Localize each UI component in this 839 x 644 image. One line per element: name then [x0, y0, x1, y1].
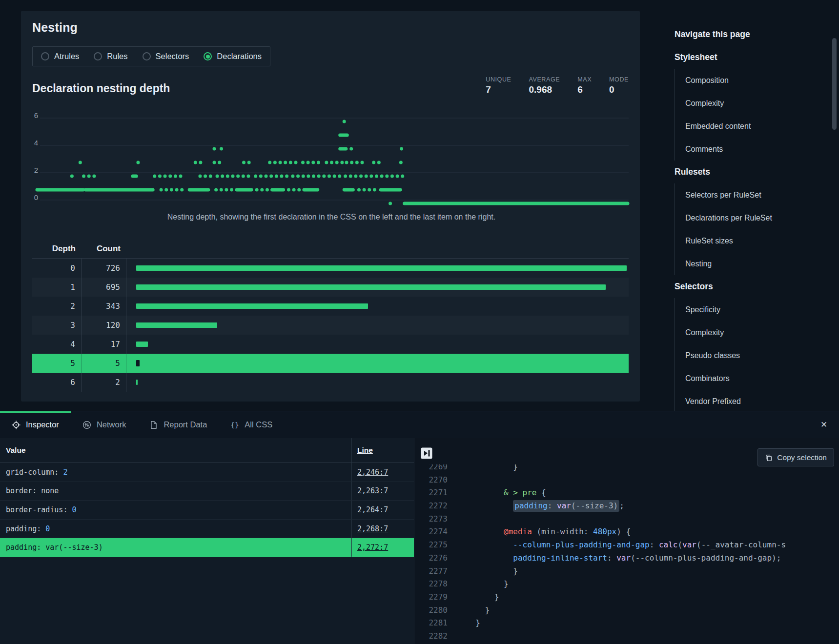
- chart-title: Declaration nesting depth: [32, 82, 170, 95]
- code-scroll-area[interactable]: 2269}22702271& > pre {2272padding: var(-…: [414, 464, 839, 644]
- close-icon: ✕: [820, 420, 827, 430]
- code-line: 2271& > pre {: [414, 486, 839, 500]
- line-number: 2279: [414, 591, 448, 604]
- value-row[interactable]: padding: 02,268:7: [0, 520, 414, 539]
- code-line: 2276padding-inline-start: var(--column-p…: [414, 552, 839, 565]
- tab-label: Inspector: [26, 420, 59, 429]
- css-value: 0: [45, 524, 50, 533]
- count-bar: [136, 322, 217, 328]
- stats-row: UNIQUE7AVERAGE0.968MAX6MODE0: [486, 76, 629, 95]
- line-link[interactable]: 2,272:7: [357, 543, 388, 552]
- code-line: 2280}: [414, 604, 839, 617]
- css-property: border-radius:: [6, 505, 72, 514]
- line-number: 2273: [414, 513, 448, 526]
- sidebar-item-complexity[interactable]: Complexity: [685, 99, 724, 108]
- value-line-pane: Value Line grid-column: 22,246:7border: …: [0, 438, 414, 644]
- tab-network[interactable]: Network: [71, 411, 138, 438]
- count-bar: [136, 303, 368, 309]
- radio-atrules[interactable]: Atrules: [41, 52, 79, 61]
- sidebar-item-selectors-per-ruleset[interactable]: Selectors per RuleSet: [685, 191, 761, 200]
- sidebar-item-declarations-per-ruleset[interactable]: Declarations per RuleSet: [685, 214, 772, 222]
- code-line: 2281}: [414, 617, 839, 630]
- depth-table-header: DepthCount: [32, 239, 629, 259]
- radio-label: Selectors: [156, 52, 189, 61]
- css-value: none: [41, 486, 59, 495]
- depth-row-3[interactable]: 3120: [32, 316, 629, 335]
- page-navigation: Navigate this page StylesheetComposition…: [675, 23, 782, 413]
- depth-row-0[interactable]: 0726: [32, 259, 629, 278]
- depth-row-6[interactable]: 62: [32, 373, 629, 392]
- svg-text:4: 4: [34, 139, 38, 147]
- expand-pane-icon[interactable]: [420, 447, 433, 460]
- radio-declarations[interactable]: Declarations: [204, 52, 262, 61]
- sidebar-item-nesting[interactable]: Nesting: [685, 260, 712, 268]
- css-property: padding:: [6, 524, 45, 533]
- sidebar-section-stylesheet: Stylesheet: [675, 52, 717, 62]
- inspector-panel: InspectorNetworkReport Data{}All CSS ✕ V…: [0, 411, 839, 644]
- stat-unique: UNIQUE7: [486, 76, 511, 95]
- target-icon: [12, 421, 20, 429]
- depth-row-1[interactable]: 1695: [32, 278, 629, 297]
- css-value: 0: [72, 505, 76, 514]
- sidebar-section-rulesets: Rulesets: [675, 167, 710, 177]
- tab-inspector[interactable]: Inspector: [0, 411, 71, 438]
- sidebar-item-vendor-prefixed[interactable]: Vendor Prefixed: [685, 397, 741, 406]
- nesting-type-radio-group: AtrulesRulesSelectorsDeclarations: [32, 46, 270, 66]
- line-link[interactable]: 2,268:7: [357, 524, 388, 533]
- count-bar: [136, 265, 627, 271]
- braces-icon: {}: [230, 421, 239, 429]
- value-column-header: Value: [0, 446, 351, 455]
- tab-all-css[interactable]: {}All CSS: [219, 411, 284, 438]
- page-scrollbar-thumb[interactable]: [832, 38, 837, 130]
- count-bar: [136, 284, 606, 290]
- stat-average: AVERAGE0.968: [529, 76, 560, 95]
- line-number: 2278: [414, 578, 448, 591]
- depth-row-2[interactable]: 2343: [32, 297, 629, 316]
- value-row[interactable]: padding: var(--size-3)2,272:7: [0, 538, 414, 557]
- depth-row-4[interactable]: 417: [32, 335, 629, 354]
- css-property: border:: [6, 486, 41, 495]
- sidebar-item-complexity[interactable]: Complexity: [685, 328, 724, 337]
- document-icon: [149, 421, 158, 429]
- value-row[interactable]: border-radius: 02,264:7: [0, 501, 414, 520]
- sidebar-item-comments[interactable]: Comments: [685, 145, 723, 154]
- count-bar: [136, 360, 140, 366]
- copy-selection-button[interactable]: Copy selection: [757, 448, 834, 466]
- svg-text:2: 2: [34, 166, 38, 174]
- tab-report-data[interactable]: Report Data: [138, 411, 219, 438]
- line-column-header[interactable]: Line: [357, 446, 373, 455]
- code-line: 2269}: [414, 464, 839, 474]
- tab-label: All CSS: [245, 420, 272, 429]
- sidebar-item-specificity[interactable]: Specificity: [685, 305, 720, 314]
- sidebar-item-composition[interactable]: Composition: [685, 76, 729, 85]
- stat-max: MAX6: [577, 76, 592, 95]
- line-link[interactable]: 2,246:7: [357, 468, 388, 477]
- chart-header-row: Declaration nesting depth UNIQUE7AVERAGE…: [32, 76, 629, 95]
- radio-circle-icon: [41, 52, 49, 60]
- sidebar-item-pseudo-classes[interactable]: Pseudo classes: [685, 351, 740, 360]
- line-number: 2272: [414, 500, 448, 513]
- radio-circle-icon: [143, 52, 151, 60]
- sidebar-item-embedded-content[interactable]: Embedded content: [685, 122, 751, 131]
- line-link[interactable]: 2,263:7: [357, 486, 388, 495]
- close-panel-button[interactable]: ✕: [817, 417, 831, 432]
- code-line: 2275--column-plus-padding-and-gap: calc(…: [414, 539, 839, 552]
- value-row[interactable]: grid-column: 22,246:7: [0, 463, 414, 482]
- sidebar-section-selectors: Selectors: [675, 282, 713, 292]
- copy-icon: [765, 454, 773, 462]
- value-table-header: Value Line: [0, 438, 414, 463]
- radio-selectors[interactable]: Selectors: [143, 52, 189, 61]
- radio-rules[interactable]: Rules: [94, 52, 127, 61]
- line-number: 2280: [414, 604, 448, 617]
- sidebar-item-combinators[interactable]: Combinators: [685, 374, 730, 383]
- depth-row-5[interactable]: 55: [32, 354, 629, 373]
- code-line: 2277}: [414, 565, 839, 578]
- sidebar-item-ruleset-sizes[interactable]: RuleSet sizes: [685, 237, 733, 245]
- radio-circle-icon: [204, 52, 212, 60]
- line-link[interactable]: 2,264:7: [357, 505, 388, 514]
- code-line: 2278}: [414, 578, 839, 591]
- code-line: 2273: [414, 513, 839, 526]
- value-row[interactable]: border: none2,263:7: [0, 482, 414, 501]
- copy-selection-label: Copy selection: [777, 453, 827, 462]
- css-value: var(--size-3): [45, 543, 102, 552]
